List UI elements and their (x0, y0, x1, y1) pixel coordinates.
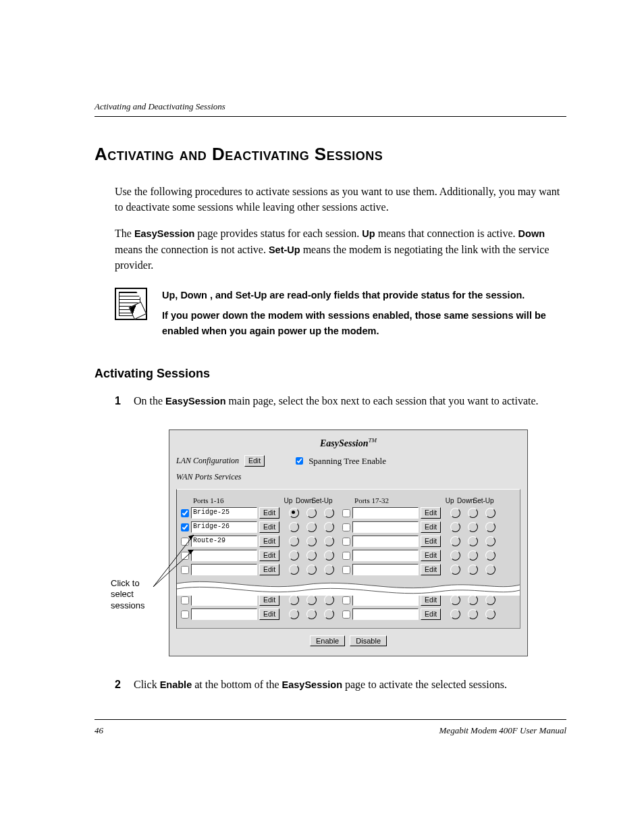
status-setup-radio (485, 609, 495, 619)
session-checkbox[interactable] (181, 596, 189, 604)
disable-button[interactable]: Disable (350, 635, 387, 646)
status-down-radio (306, 550, 317, 561)
note-text: Up, Down , and Set-Up are read-only fiel… (162, 288, 566, 344)
edit-button[interactable]: Edit (259, 594, 279, 606)
status-down-radio (468, 508, 478, 518)
status-setup-radio (324, 550, 334, 561)
col-up: Up (281, 497, 296, 504)
footer-title: Megabit Modem 400F User Manual (439, 725, 566, 736)
session-checkbox[interactable] (342, 509, 350, 517)
edit-button[interactable]: Edit (259, 521, 279, 533)
step-1: 1 On the EasySession main page, select t… (95, 393, 566, 409)
spanning-tree-label: Spanning Tree Enable (308, 456, 386, 467)
status-up-radio (450, 550, 460, 561)
session-checkbox[interactable] (342, 596, 350, 604)
session-name-input[interactable] (191, 550, 257, 561)
page-footer: 46 Megabit Modem 400F User Manual (95, 719, 566, 736)
status-up-radio (289, 536, 299, 546)
session-name-input[interactable] (352, 564, 419, 575)
edit-button[interactable]: Edit (421, 550, 441, 561)
text: page provides status for each session. (194, 228, 362, 239)
ports-col-1-16: Ports 1-16 Up Down Set-Up Bridge-25EditB… (181, 495, 337, 578)
session-checkbox[interactable] (181, 552, 189, 560)
wan-ports-label: WAN Ports Services (176, 472, 520, 482)
ports-panel: Ports 1-16 Up Down Set-Up Bridge-25EditB… (176, 489, 520, 629)
status-up-radio (450, 508, 460, 518)
status-up-radio (450, 536, 460, 546)
status-setup-radio (485, 595, 495, 605)
session-name-input[interactable] (191, 594, 257, 606)
edit-button[interactable]: Edit (421, 608, 441, 620)
intro-para-1: Use the following procedures to activate… (95, 184, 566, 215)
session-name-input[interactable] (352, 550, 419, 561)
status-down-radio (468, 550, 478, 561)
session-checkbox[interactable] (342, 566, 350, 574)
text: main page, select the box next to each s… (226, 395, 539, 407)
edit-button[interactable]: Edit (259, 507, 279, 519)
figure-callout: Click to select sessions (111, 578, 158, 613)
fig-title-text: EasySession (320, 438, 369, 448)
term-easysession: EasySession (134, 228, 194, 239)
col-up: Up (442, 497, 457, 504)
edit-button[interactable]: Edit (421, 507, 441, 519)
ports-1-16-label: Ports 1-16 (193, 496, 261, 504)
edit-button[interactable]: Edit (259, 536, 279, 547)
session-name-input[interactable] (352, 521, 419, 533)
session-checkbox[interactable] (342, 610, 350, 619)
session-checkbox[interactable] (181, 538, 189, 546)
term-down: Down (518, 228, 545, 239)
session-checkbox[interactable] (181, 566, 189, 574)
term-easysession: EasySession (282, 679, 342, 690)
trademark: TM (369, 437, 377, 444)
status-down-radio (468, 609, 478, 619)
text: means that connection is active. (375, 228, 518, 239)
step-number: 1 (115, 393, 123, 409)
edit-button[interactable]: Edit (244, 455, 265, 467)
col-setup: Set-Up (472, 497, 495, 504)
session-name-input[interactable]: Bridge-26 (191, 521, 257, 533)
port-row: Edit (342, 536, 498, 547)
col-down: Down (296, 497, 311, 504)
session-checkbox[interactable] (342, 523, 350, 531)
session-name-input[interactable] (352, 608, 419, 620)
session-name-input[interactable] (352, 507, 419, 519)
edit-button[interactable]: Edit (421, 564, 441, 575)
status-setup-radio (324, 522, 334, 532)
term-easysession: EasySession (165, 396, 225, 407)
session-checkbox[interactable] (181, 523, 189, 531)
port-row: Edit (342, 594, 498, 606)
session-name-input[interactable] (352, 594, 419, 606)
session-checkbox[interactable] (181, 610, 189, 619)
ports-17-32-label: Ports 17-32 (354, 496, 422, 504)
ports-col-17-32: Ports 17-32 Up Down Set-Up EditEditEditE… (342, 495, 498, 578)
session-name-input[interactable] (191, 564, 257, 575)
enable-button[interactable]: Enable (310, 635, 345, 646)
edit-button[interactable]: Edit (421, 594, 441, 606)
session-name-input[interactable] (191, 608, 257, 620)
session-checkbox[interactable] (342, 552, 350, 560)
port-row: Bridge-25Edit (181, 507, 337, 519)
note-line-2: If you power down the modem with session… (162, 308, 566, 338)
page-tear-icon (177, 577, 520, 596)
note-line-1: Up, Down , and Set-Up are read-only fiel… (162, 288, 566, 303)
edit-button[interactable]: Edit (259, 550, 279, 561)
status-up-radio (450, 609, 460, 619)
edit-button[interactable]: Edit (421, 521, 441, 533)
edit-button[interactable]: Edit (259, 608, 279, 620)
subsection-title: Activating Sessions (95, 367, 566, 381)
port-row: Edit (181, 608, 337, 620)
edit-button[interactable]: Edit (421, 536, 441, 547)
status-down-radio (468, 536, 478, 546)
session-name-input[interactable]: Route-29 (191, 536, 257, 547)
status-down-radio (306, 508, 317, 518)
spanning-tree-checkbox[interactable] (296, 457, 303, 465)
port-row: Edit (342, 564, 498, 575)
status-up-radio (289, 565, 299, 575)
session-name-input[interactable] (352, 536, 419, 547)
session-checkbox[interactable] (181, 509, 189, 517)
session-name-input[interactable]: Bridge-25 (191, 507, 257, 519)
status-setup-radio (324, 595, 334, 605)
edit-button[interactable]: Edit (259, 564, 279, 575)
session-checkbox[interactable] (342, 538, 350, 546)
status-setup-radio (324, 565, 334, 575)
